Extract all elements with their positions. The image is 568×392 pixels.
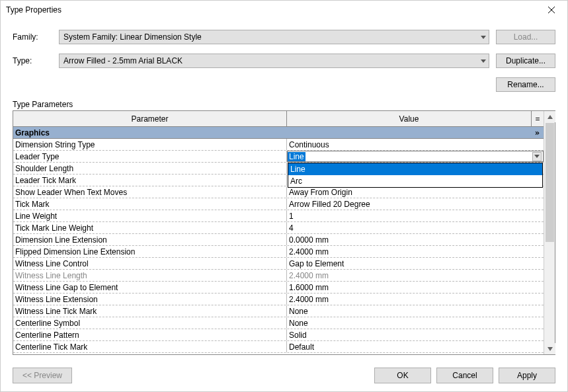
- param-cell: Dimension String Type: [13, 139, 287, 150]
- svg-marker-6: [548, 347, 553, 351]
- param-cell: Tick Mark: [13, 198, 287, 210]
- table-row[interactable]: Witness Line Extension2.4000 mm: [13, 294, 544, 305]
- param-cell: Witness Line Extension: [13, 294, 287, 305]
- bottom-bar: << Preview OK Cancel Apply: [13, 368, 555, 383]
- table-row[interactable]: Centerline Tick MarkDefault: [13, 341, 544, 353]
- rename-button[interactable]: Rename...: [496, 77, 555, 92]
- ok-button[interactable]: OK: [374, 368, 431, 383]
- bottom-right: OK Cancel Apply: [374, 368, 555, 383]
- table-row[interactable]: Witness Line Gap to Element1.6000 mm: [13, 282, 544, 294]
- chevron-down-icon: [481, 56, 486, 65]
- table-row[interactable]: Dimension Line Extension0.0000 mm: [13, 234, 544, 246]
- content: Family: System Family: Linear Dimension …: [1, 19, 567, 355]
- grid-area: Parameter Value = Graphics » Dimension S…: [13, 111, 544, 354]
- table-row[interactable]: Centerline SymbolNone: [13, 317, 544, 329]
- value-cell[interactable]: Default: [287, 341, 544, 352]
- table-row[interactable]: Dimension String TypeContinuous: [13, 139, 544, 151]
- group-row-graphics[interactable]: Graphics »: [13, 127, 544, 139]
- type-combo[interactable]: Arrow Filled - 2.5mm Arial BLACK: [59, 54, 489, 68]
- table-row[interactable]: Witness Line ControlGap to Element: [13, 258, 544, 270]
- param-cell: Shoulder Length: [13, 163, 287, 174]
- svg-marker-4: [534, 155, 540, 158]
- cancel-button[interactable]: Cancel: [436, 368, 493, 383]
- duplicate-button-label: Duplicate...: [506, 56, 546, 65]
- param-cell: Line Weight: [13, 210, 287, 221]
- collapse-icon[interactable]: »: [535, 128, 540, 137]
- value-cell[interactable]: None: [287, 317, 544, 329]
- header-eq[interactable]: =: [532, 111, 544, 127]
- scrollbar[interactable]: [544, 111, 555, 354]
- dropdown-panel[interactable]: LineArc: [288, 163, 543, 188]
- scroll-down-icon[interactable]: [544, 343, 555, 354]
- value-cell[interactable]: Continuous: [287, 139, 544, 150]
- header-value[interactable]: Value: [287, 111, 532, 127]
- scroll-up-icon[interactable]: [544, 111, 555, 122]
- rename-button-label: Rename...: [507, 80, 544, 89]
- grid-body: Graphics » Dimension String TypeContinuo…: [13, 127, 544, 354]
- rename-row: Rename...: [13, 77, 555, 92]
- value-cell[interactable]: 2.4000 mm: [287, 246, 544, 257]
- family-combo[interactable]: System Family: Linear Dimension Style: [59, 30, 489, 44]
- load-button-label: Load...: [514, 32, 538, 42]
- chevron-down-icon: [481, 32, 486, 42]
- param-cell: Tick Mark Line Weight: [13, 222, 287, 233]
- preview-button[interactable]: << Preview: [13, 368, 72, 383]
- cancel-label: Cancel: [452, 371, 477, 380]
- param-cell: Show Leader When Text Moves: [13, 186, 287, 198]
- table-row[interactable]: Line Weight1: [13, 210, 544, 222]
- parameters-grid: Parameter Value = Graphics » Dimension S…: [13, 110, 555, 355]
- dropdown-option[interactable]: Arc: [288, 175, 542, 187]
- table-row[interactable]: Tick MarkArrow Filled 20 Degree: [13, 198, 544, 210]
- close-button[interactable]: [538, 2, 565, 18]
- group-label: Graphics: [15, 128, 50, 137]
- grid-header: Parameter Value =: [13, 111, 544, 127]
- chevron-down-icon[interactable]: [532, 152, 542, 161]
- preview-label: << Preview: [22, 371, 62, 380]
- value-cell[interactable]: 1.6000 mm: [287, 282, 544, 293]
- duplicate-button[interactable]: Duplicate...: [496, 54, 555, 68]
- value-cell[interactable]: None: [287, 305, 544, 317]
- load-button: Load...: [496, 30, 555, 44]
- value-cell[interactable]: 1: [287, 210, 544, 221]
- value-cell[interactable]: Arrow Filled 20 Degree: [287, 198, 544, 210]
- value-cell[interactable]: LineLineArc: [287, 151, 544, 162]
- param-cell: Centerline Pattern: [13, 329, 287, 340]
- family-combo-value: System Family: Linear Dimension Style: [63, 32, 202, 42]
- table-row[interactable]: Leader TypeLineLineArc: [13, 151, 544, 163]
- param-cell: Witness Line Control: [13, 258, 287, 269]
- type-properties-dialog: Type Properties Family: System Family: L…: [0, 0, 568, 392]
- param-cell: Leader Type: [13, 151, 287, 162]
- type-row: Type: Arrow Filled - 2.5mm Arial BLACK D…: [13, 54, 555, 68]
- header-parameter[interactable]: Parameter: [13, 111, 287, 127]
- type-parameters-label: Type Parameters: [13, 100, 555, 109]
- value-cell[interactable]: Solid: [287, 329, 544, 340]
- param-cell: Witness Line Tick Mark: [13, 305, 287, 317]
- param-cell: Leader Tick Mark: [13, 175, 287, 186]
- param-cell: Witness Line Length: [13, 270, 287, 281]
- table-row[interactable]: Show Leader When Text MovesAway From Ori…: [13, 186, 544, 198]
- family-row: Family: System Family: Linear Dimension …: [13, 30, 555, 44]
- value-cell[interactable]: 0.0000 mm: [287, 234, 544, 245]
- value-cell[interactable]: Away From Origin: [287, 186, 544, 198]
- table-row[interactable]: Witness Line Tick MarkNone: [13, 305, 544, 317]
- family-label: Family:: [13, 32, 59, 42]
- value-cell[interactable]: 2.4000 mm: [287, 270, 544, 281]
- param-cell: Centerline Symbol: [13, 317, 287, 329]
- dropdown-option[interactable]: Line: [288, 163, 542, 175]
- table-row[interactable]: Centerline PatternSolid: [13, 329, 544, 341]
- ok-label: OK: [397, 371, 408, 380]
- svg-marker-2: [481, 36, 486, 39]
- table-row[interactable]: Tick Mark Line Weight4: [13, 222, 544, 234]
- scroll-thumb[interactable]: [546, 123, 554, 242]
- apply-label: Apply: [517, 371, 537, 380]
- value-cell[interactable]: 2.4000 mm: [287, 294, 544, 305]
- close-icon: [548, 7, 555, 13]
- svg-marker-5: [548, 115, 553, 119]
- value-cell[interactable]: 4: [287, 222, 544, 233]
- value-cell[interactable]: Gap to Element: [287, 258, 544, 269]
- apply-button[interactable]: Apply: [499, 368, 555, 383]
- param-cell: Witness Line Gap to Element: [13, 282, 287, 293]
- table-row[interactable]: Witness Line Length2.4000 mm: [13, 270, 544, 282]
- table-row[interactable]: Flipped Dimension Line Extension2.4000 m…: [13, 246, 544, 258]
- dialog-title: Type Properties: [6, 5, 61, 15]
